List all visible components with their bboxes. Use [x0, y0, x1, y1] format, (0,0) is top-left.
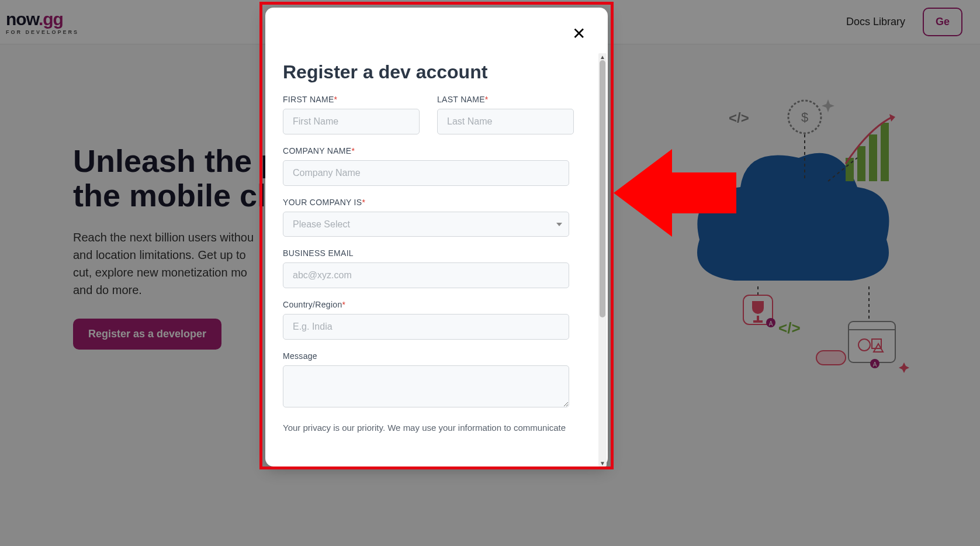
- close-icon: ✕: [572, 24, 586, 43]
- modal-title: Register a dev account: [283, 61, 569, 83]
- message-textarea[interactable]: [283, 365, 569, 407]
- last-name-label: LAST NAME*: [437, 95, 574, 104]
- company-type-label: YOUR COMPANY IS*: [283, 198, 569, 207]
- country-label: Country/Region*: [283, 300, 569, 309]
- message-field-group: Message: [283, 351, 569, 407]
- modal-close-wrap: ✕: [265, 8, 608, 53]
- scroll-down-arrow-icon[interactable]: ▼: [598, 459, 607, 466]
- company-name-field-group: COMPANY NAME*: [283, 146, 569, 186]
- country-field-group: Country/Region*: [283, 300, 569, 340]
- business-email-label: BUSINESS EMAIL: [283, 248, 569, 258]
- scroll-up-arrow-icon[interactable]: ▲: [598, 53, 607, 60]
- business-email-input[interactable]: [283, 262, 569, 288]
- close-button[interactable]: ✕: [570, 25, 587, 42]
- company-name-label: COMPANY NAME*: [283, 146, 569, 155]
- register-modal: ✕ Register a dev account FIRST NAME* LAS…: [265, 8, 608, 466]
- last-name-field-group: LAST NAME*: [437, 95, 574, 134]
- company-type-select[interactable]: Please Select: [283, 212, 569, 237]
- company-type-select-wrap: Please Select: [283, 212, 569, 237]
- business-email-field-group: BUSINESS EMAIL: [283, 248, 569, 288]
- message-label: Message: [283, 351, 569, 361]
- company-type-field-group: YOUR COMPANY IS* Please Select: [283, 198, 569, 237]
- first-name-label: FIRST NAME*: [283, 95, 420, 104]
- scroll-thumb[interactable]: [600, 60, 605, 317]
- first-name-input[interactable]: [283, 109, 420, 134]
- company-name-input[interactable]: [283, 160, 569, 186]
- last-name-input[interactable]: [437, 109, 574, 134]
- country-input[interactable]: [283, 314, 569, 340]
- register-form: Register a dev account FIRST NAME* LAST …: [265, 53, 598, 466]
- modal-scrollbar[interactable]: ▲ ▼: [598, 53, 607, 466]
- first-name-field-group: FIRST NAME*: [283, 95, 420, 134]
- privacy-notice: Your privacy is our priority. We may use…: [283, 421, 569, 434]
- modal-scroll-area: Register a dev account FIRST NAME* LAST …: [265, 53, 608, 466]
